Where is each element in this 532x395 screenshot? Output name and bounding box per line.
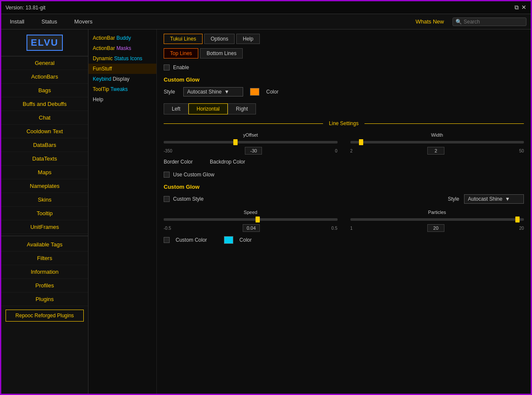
main-layout: ELVU General ActionBars Bags Buffs and D… <box>1 29 531 394</box>
yoffset-track <box>164 141 338 143</box>
menu-label-dynamic: Dynamic <box>93 56 113 61</box>
sidebar-item-bags[interactable]: Bags <box>1 84 88 97</box>
sidebar-item-maps[interactable]: Maps <box>1 166 88 179</box>
glow-color-label: Color <box>239 237 252 243</box>
dir-tab-left[interactable]: Left <box>164 103 188 114</box>
sidebar-item-tooltip[interactable]: Tooltip <box>1 207 88 220</box>
width-max: 50 <box>519 149 524 153</box>
custom-color-label: Custom Color <box>176 237 207 243</box>
sidebar-item-databars[interactable]: DataBars <box>1 138 88 152</box>
tab-options[interactable]: Options <box>204 34 235 44</box>
yoffset-value[interactable]: -30 <box>245 147 262 155</box>
sidebar-item-general[interactable]: General <box>1 56 88 70</box>
dir-tab-horizontal[interactable]: Horizontal <box>188 103 228 114</box>
custom-style-checkbox[interactable] <box>164 196 170 202</box>
sidebar-divider <box>1 236 88 236</box>
sidebar-item-profiles[interactable]: Profiles <box>1 279 88 293</box>
particles-track <box>350 218 524 221</box>
custom-color-checkbox[interactable] <box>164 237 170 243</box>
menu-item-actionbar-masks[interactable]: ActionBar Masks <box>88 43 156 53</box>
color-swatch-1[interactable] <box>250 88 259 96</box>
sidebar-item-available-tags[interactable]: Available Tags <box>1 238 88 252</box>
search-input[interactable] <box>464 19 523 25</box>
menu-item-actionbar-buddy[interactable]: ActionBar Buddy <box>88 33 156 43</box>
custom-glow-header-1: Custom Glow <box>164 76 524 83</box>
backdrop-color-item: Backdrop Color <box>210 159 245 165</box>
menu-panel: ActionBar Buddy ActionBar Masks Dynamic … <box>88 29 157 394</box>
width-range-row: 2 2 50 <box>350 147 524 155</box>
width-track <box>350 141 524 143</box>
particles-value[interactable]: 20 <box>427 224 444 232</box>
menu-label-tweaks: Tweaks <box>110 86 128 92</box>
tab-help[interactable]: Help <box>236 34 260 44</box>
sidebar-item-nameplates[interactable]: Nameplates <box>1 179 88 193</box>
nav-item-movers[interactable]: Movers <box>70 15 97 28</box>
sidebar-item-buffs[interactable]: Buffs and Debuffs <box>1 97 88 111</box>
style-dropdown-1[interactable]: Autocast Shine ▼ <box>183 87 243 97</box>
menu-item-funstuff[interactable]: FunStuff <box>88 64 156 74</box>
particles-slider-group: Particles 1 20 20 <box>350 210 524 232</box>
direction-tabs: Left Horizontal Right <box>164 103 524 114</box>
nav-bar: Install Status Movers Whats New 🔍 <box>1 14 531 29</box>
sidebar-item-datatexts[interactable]: DataTexts <box>1 152 88 166</box>
custom-color-row: Custom Color Color <box>164 236 524 244</box>
dir-tab-right[interactable]: Right <box>228 103 256 114</box>
backdrop-color-label: Backdrop Color <box>210 159 245 165</box>
enable-checkbox[interactable] <box>164 64 170 70</box>
search-box: 🔍 <box>453 18 526 26</box>
line-settings-label: Line Settings <box>326 120 361 126</box>
line-settings-header: Line Settings <box>164 120 524 126</box>
plugin-button[interactable]: Repooc Reforged Plugins <box>6 310 84 322</box>
menu-label-display: Display <box>113 76 129 82</box>
speed-value[interactable]: 0.04 <box>243 224 260 232</box>
sidebar-item-unitframes[interactable]: UnitFrames <box>1 220 88 234</box>
glow-color-swatch[interactable] <box>224 236 233 244</box>
nav-item-status[interactable]: Status <box>37 15 62 28</box>
logo-area: ELVU <box>1 29 88 56</box>
maximize-icon[interactable]: ⧉ <box>514 4 519 11</box>
yoffset-thumb[interactable] <box>233 139 238 145</box>
speed-slider-group: Speed -0.5 0.04 0.5 <box>164 210 338 232</box>
menu-item-tooltip-tweaks[interactable]: ToolTip Tweaks <box>88 84 156 94</box>
colors-row: Border Color Backdrop Color <box>164 159 524 165</box>
menu-item-keybind-display[interactable]: Keybind Display <box>88 74 156 84</box>
style-dropdown-value-2: Autocast Shine <box>468 196 503 202</box>
particles-min: 1 <box>350 226 353 231</box>
menu-label-help: Help <box>93 97 103 102</box>
custom-glow-header-2: Custom Glow <box>164 184 524 190</box>
sidebar-item-filters[interactable]: Filters <box>1 252 88 265</box>
custom-style-row: Custom Style Style Autocast Shine ▼ <box>164 194 524 204</box>
width-thumb[interactable] <box>359 139 363 145</box>
width-value[interactable]: 2 <box>427 147 444 155</box>
logo: ELVU <box>26 35 63 51</box>
sidebar-item-plugins[interactable]: Plugins <box>1 293 88 306</box>
tab-bottom-lines[interactable]: Bottom Lines <box>200 48 243 59</box>
sidebar-item-cooldown[interactable]: Cooldown Text <box>1 125 88 138</box>
speed-thumb[interactable] <box>256 217 260 222</box>
menu-label-actionbar-1: ActionBar <box>93 35 115 41</box>
style-dropdown-2[interactable]: Autocast Shine ▼ <box>464 194 524 204</box>
menu-label-keybind: Keybind <box>93 76 111 82</box>
whats-new-link[interactable]: Whats New <box>416 18 444 25</box>
secondary-tabs: Top Lines Bottom Lines <box>164 48 524 59</box>
yoffset-max: 0 <box>335 149 338 153</box>
yoffset-slider-group: yOffset -350 -30 0 <box>164 132 338 155</box>
right-panel: Tukui Lines Options Help Top Lines Botto… <box>157 29 531 394</box>
sidebar-item-information[interactable]: Information <box>1 265 88 279</box>
use-custom-glow-checkbox[interactable] <box>164 172 170 178</box>
sidebar-item-skins[interactable]: Skins <box>1 193 88 207</box>
custom-color-item: Custom Color <box>164 236 207 244</box>
tab-top-lines[interactable]: Top Lines <box>164 48 198 59</box>
style-row-1: Style Autocast Shine ▼ Color <box>164 87 524 97</box>
close-icon[interactable]: ✕ <box>521 4 526 11</box>
particles-thumb[interactable] <box>515 217 520 222</box>
menu-label-actionbar-2: ActionBar <box>93 45 115 51</box>
sidebar-item-chat[interactable]: Chat <box>1 111 88 125</box>
yoffset-range-row: -350 -30 0 <box>164 147 338 155</box>
menu-item-dynamic-status[interactable]: Dynamic Status Icons <box>88 53 156 64</box>
tab-tukui-lines[interactable]: Tukui Lines <box>164 34 203 44</box>
nav-item-install[interactable]: Install <box>6 15 29 28</box>
sidebar-item-actionbars[interactable]: ActionBars <box>1 70 88 84</box>
menu-item-help[interactable]: Help <box>88 94 156 105</box>
content-area: ActionBar Buddy ActionBar Masks Dynamic … <box>88 29 531 394</box>
